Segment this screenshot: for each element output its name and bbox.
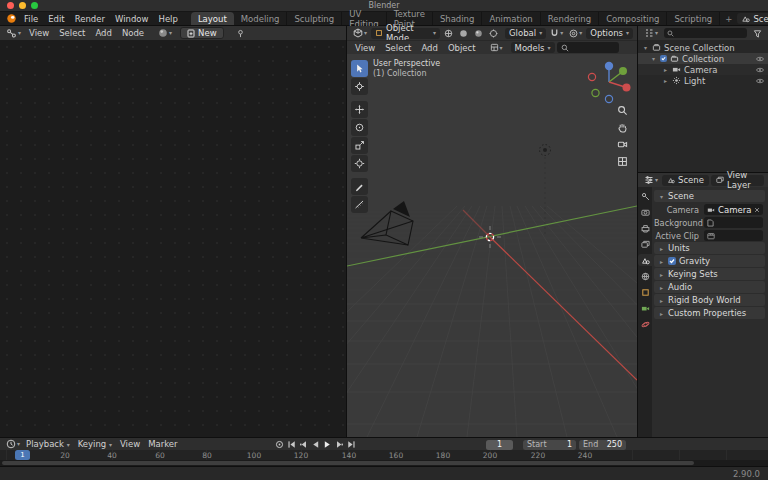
tab-physics[interactable] [638, 318, 652, 330]
zoom-icon[interactable] [615, 103, 630, 118]
shading-solid-icon[interactable] [457, 29, 470, 38]
gizmo-y-axis[interactable] [619, 67, 627, 75]
close-window-icon[interactable] [7, 2, 14, 9]
editor-type-3d-icon[interactable]: ▾ [351, 28, 369, 38]
filter-icon[interactable] [751, 29, 764, 38]
gizmo-x-neg-axis[interactable] [588, 73, 595, 80]
current-frame-field[interactable]: 1 [486, 440, 513, 450]
node-menu-select[interactable]: Select [55, 28, 89, 38]
menu-render[interactable]: Render [70, 12, 110, 25]
editor-type-node-icon[interactable]: ▾ [4, 28, 23, 39]
tool-select-box[interactable] [351, 60, 368, 77]
outliner-row-camera[interactable]: ▸ Camera [638, 64, 768, 75]
gizmo-z-axis[interactable] [605, 62, 613, 70]
viewport-canvas[interactable]: User Perspective (1) Collection [347, 54, 637, 437]
playhead[interactable]: 1 [15, 450, 30, 460]
play-button[interactable] [322, 439, 333, 450]
tab-view-layer[interactable] [638, 238, 652, 250]
tab-object-data[interactable] [638, 302, 652, 314]
camera-view-icon[interactable] [615, 137, 630, 152]
asset-search-input[interactable] [557, 42, 619, 53]
pan-hand-icon[interactable] [615, 120, 630, 135]
prev-keyframe-button[interactable] [298, 439, 309, 450]
mode-select[interactable]: Object Mode ▾ [371, 28, 440, 39]
shading-rendered-icon[interactable] [487, 29, 500, 38]
disclosure-icon[interactable]: ▸ [662, 66, 669, 73]
workspace-tab-compositing[interactable]: Compositing [599, 12, 667, 25]
viewport-menu-object[interactable]: Object [444, 43, 480, 53]
background-scene-field[interactable] [704, 217, 763, 228]
shading-material-icon[interactable] [472, 29, 485, 38]
audio-panel-header[interactable]: ▸Audio [654, 281, 765, 293]
maximize-window-icon[interactable] [31, 2, 38, 9]
browse-material-icon[interactable]: ▾ [156, 28, 174, 38]
frame-start-field[interactable]: Start 1 [523, 440, 576, 450]
timeline-menu-view[interactable]: View [116, 439, 144, 449]
workspace-tab-scripting[interactable]: Scripting [667, 12, 720, 25]
viewport-menu-view[interactable]: View [351, 43, 379, 53]
collection-checkbox[interactable] [660, 55, 667, 62]
outliner-row-light[interactable]: ▸ Light [638, 75, 768, 86]
eye-icon[interactable] [755, 55, 765, 63]
gizmo-z-neg-axis[interactable] [605, 95, 612, 102]
menu-window[interactable]: Window [110, 12, 154, 25]
asset-library-icon[interactable]: ▾ [488, 43, 505, 52]
workspace-tab-uv-editing[interactable]: UV Editing [342, 12, 387, 25]
disclosure-icon[interactable]: ▾ [642, 44, 649, 51]
timeline-menu-marker[interactable]: Marker [144, 439, 181, 449]
editor-type-outliner-icon[interactable]: ▾ [642, 28, 660, 38]
node-menu-add[interactable]: Add [91, 28, 115, 38]
viewport-menu-select[interactable]: Select [381, 43, 415, 53]
tab-world[interactable] [638, 270, 652, 282]
jump-to-start-button[interactable] [286, 439, 297, 450]
next-keyframe-button[interactable] [334, 439, 345, 450]
play-reverse-button[interactable] [310, 439, 321, 450]
scrollbar-thumb[interactable] [2, 461, 694, 465]
tool-cursor-3d[interactable] [351, 78, 368, 95]
tab-render[interactable] [638, 206, 652, 218]
new-material-button[interactable]: New [180, 27, 224, 39]
editor-type-properties-icon[interactable]: ▾ [642, 175, 660, 185]
node-menu-view[interactable]: View [25, 28, 53, 38]
camera-id-field[interactable]: Camera [704, 204, 763, 215]
tool-measure[interactable] [351, 196, 368, 213]
tab-tool[interactable] [638, 190, 652, 202]
jump-to-end-button[interactable] [346, 439, 357, 450]
breadcrumb-scene[interactable]: Scene [662, 175, 709, 186]
asset-type-select[interactable]: Models ▾ [511, 42, 555, 53]
workspace-tab-animation[interactable]: Animation [482, 12, 540, 25]
workspace-tab-layout[interactable]: Layout [191, 12, 234, 25]
workspace-tab-shading[interactable]: Shading [433, 12, 483, 25]
clear-icon[interactable] [754, 207, 760, 213]
gizmo-y-neg-axis[interactable] [592, 89, 599, 96]
workspace-tab-rendering[interactable]: Rendering [541, 12, 599, 25]
timeline-menu-keying[interactable]: Keying ▾ [74, 439, 116, 449]
viewport-menu-add[interactable]: Add [417, 43, 441, 53]
snap-magnet-icon[interactable]: ▾ [548, 28, 565, 38]
scene-selector[interactable]: Scene [737, 13, 768, 24]
menu-file[interactable]: File [19, 12, 43, 25]
frame-end-field[interactable]: End 250 [579, 440, 626, 450]
timeline-menu-playback[interactable]: Playback ▾ [22, 439, 74, 449]
active-clip-field[interactable] [704, 230, 763, 241]
tool-annotate[interactable] [351, 178, 368, 195]
tool-transform[interactable] [351, 155, 368, 172]
gizmo-x-axis[interactable] [623, 84, 631, 92]
outliner-row-collection[interactable]: ▾ Collection [638, 53, 768, 64]
gravity-checkbox[interactable] [668, 257, 676, 265]
menu-edit[interactable]: Edit [43, 12, 69, 25]
node-editor-canvas[interactable] [0, 40, 346, 437]
menu-help[interactable]: Help [153, 12, 182, 25]
rigid-body-world-panel-header[interactable]: ▸Rigid Body World [654, 294, 765, 306]
workspace-tab-sculpting[interactable]: Sculpting [287, 12, 342, 25]
disclosure-icon[interactable]: ▸ [662, 77, 669, 84]
tool-move[interactable] [351, 101, 368, 118]
node-menu-node[interactable]: Node [118, 28, 148, 38]
add-workspace-button[interactable]: + [720, 12, 737, 25]
eye-icon[interactable] [755, 77, 765, 85]
tool-rotate[interactable] [351, 119, 368, 136]
auto-key-button[interactable] [274, 439, 285, 450]
disclosure-icon[interactable]: ▾ [650, 55, 657, 62]
timeline-ruler[interactable]: 20 40 60 80 100 120 140 160 180 200 220 … [0, 450, 768, 460]
tab-object[interactable] [638, 286, 652, 298]
